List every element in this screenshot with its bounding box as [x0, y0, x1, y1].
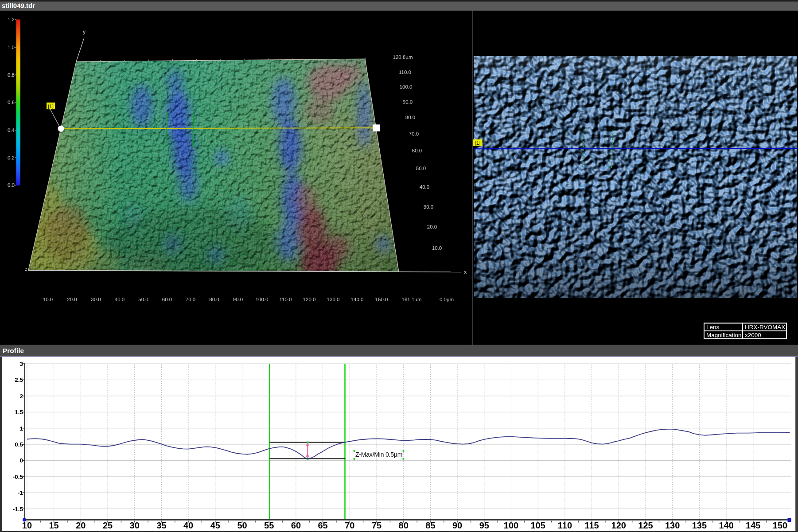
svg-text:100.0: 100.0: [400, 84, 413, 89]
svg-text:0.0µm: 0.0µm: [440, 297, 454, 302]
svg-text:150.0: 150.0: [375, 297, 388, 302]
svg-text:10.0: 10.0: [432, 245, 442, 251]
svg-text:HRX-RVOMAX: HRX-RVOMAX: [745, 324, 785, 330]
svg-text:90.0: 90.0: [233, 297, 243, 302]
svg-text:120: 120: [611, 520, 626, 530]
svg-text:1.5: 1.5: [15, 409, 23, 416]
svg-text:150: 150: [773, 520, 787, 530]
svg-text:10: 10: [22, 520, 32, 530]
svg-text:2.5: 2.5: [15, 377, 23, 383]
svg-text:85: 85: [425, 520, 435, 530]
svg-text:95: 95: [479, 520, 489, 530]
svg-text:100: 100: [504, 520, 518, 530]
svg-text:40.0: 40.0: [115, 297, 125, 302]
svg-text:90.0: 90.0: [403, 99, 413, 105]
svg-text:140.0: 140.0: [351, 297, 364, 302]
svg-text:130.0: 130.0: [327, 297, 340, 302]
svg-text:40: 40: [183, 520, 193, 530]
svg-text:140: 140: [719, 520, 733, 530]
svg-text:40.0: 40.0: [420, 184, 429, 190]
svg-text:30.0: 30.0: [91, 297, 101, 302]
svg-text:[1]: [1]: [48, 104, 54, 109]
svg-text:70.0: 70.0: [186, 297, 195, 302]
svg-text:20: 20: [76, 520, 86, 530]
svg-text:80.0: 80.0: [209, 297, 219, 302]
svg-text:0.0: 0.0: [8, 183, 15, 188]
svg-text:50.0: 50.0: [138, 297, 148, 302]
svg-text:35: 35: [156, 520, 166, 530]
svg-text:50: 50: [237, 520, 247, 530]
svg-text:Z-Max/Min 0.5µm: Z-Max/Min 0.5µm: [355, 451, 402, 458]
svg-text:Magnification: Magnification: [706, 332, 742, 338]
svg-text:20.0: 20.0: [67, 297, 77, 302]
svg-text:still049.tdr: still049.tdr: [2, 2, 35, 9]
svg-text:60.0: 60.0: [162, 297, 172, 302]
svg-text:1.0: 1.0: [8, 45, 15, 50]
svg-text:115: 115: [584, 520, 599, 530]
svg-text:130: 130: [665, 520, 680, 530]
svg-text:110.0: 110.0: [280, 297, 292, 302]
svg-text:y: y: [83, 29, 86, 35]
svg-text:[1]: [1]: [475, 140, 480, 146]
svg-text:25: 25: [103, 520, 113, 530]
svg-text:0.4: 0.4: [8, 128, 15, 133]
svg-text:z: z: [25, 267, 27, 272]
svg-text:30.0: 30.0: [424, 204, 433, 210]
svg-text:75: 75: [372, 520, 381, 530]
svg-text:x: x: [464, 269, 467, 275]
svg-text:0.2: 0.2: [8, 155, 15, 160]
svg-text:120.8µm: 120.8µm: [393, 54, 413, 60]
svg-text:0.5: 0.5: [15, 441, 23, 448]
svg-text:70: 70: [345, 520, 354, 530]
svg-text:90: 90: [452, 520, 462, 530]
svg-text:120.0: 120.0: [303, 297, 316, 302]
svg-text:80: 80: [399, 520, 409, 530]
svg-text:-1.5: -1.5: [13, 506, 23, 513]
svg-text:50.0: 50.0: [416, 166, 426, 171]
svg-text:60: 60: [291, 520, 301, 530]
svg-text:145: 145: [746, 520, 760, 530]
svg-text:161.1µm: 161.1µm: [402, 297, 422, 302]
svg-text:-0.5: -0.5: [13, 474, 23, 480]
svg-text:135: 135: [692, 520, 707, 530]
svg-text:15: 15: [49, 520, 58, 530]
svg-text:0.6: 0.6: [8, 100, 15, 105]
svg-text:65: 65: [318, 520, 327, 530]
svg-text:60.0: 60.0: [412, 148, 422, 153]
svg-text:30: 30: [130, 520, 140, 530]
svg-text:0.8: 0.8: [8, 72, 15, 78]
svg-text:20.0: 20.0: [427, 224, 437, 229]
svg-text:80.0: 80.0: [405, 115, 415, 120]
svg-text:1.2: 1.2: [8, 17, 15, 22]
svg-text:110: 110: [558, 520, 572, 530]
svg-text:10.0: 10.0: [43, 297, 53, 302]
svg-text:Lens: Lens: [706, 324, 720, 330]
svg-text:110.0: 110.0: [399, 70, 411, 75]
svg-text:45: 45: [210, 520, 220, 530]
svg-text:Profile: Profile: [3, 347, 24, 354]
svg-text:x2000: x2000: [745, 332, 761, 338]
svg-text:70.0: 70.0: [409, 131, 419, 136]
svg-text:125: 125: [638, 520, 653, 530]
svg-text:105: 105: [531, 520, 545, 530]
svg-text:55: 55: [264, 520, 274, 530]
svg-text:100.0: 100.0: [256, 297, 269, 302]
